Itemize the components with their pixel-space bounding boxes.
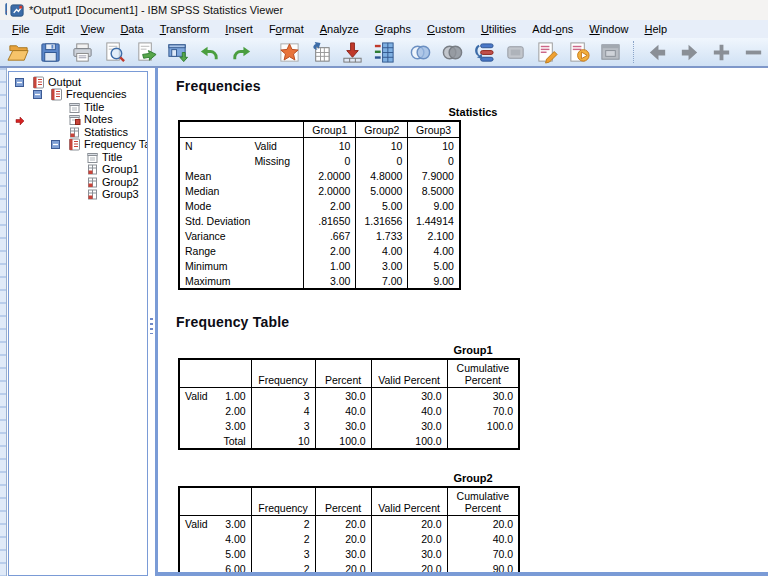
value-cell: 70.0 [447, 546, 519, 561]
toolbar-redo-button[interactable] [226, 39, 256, 65]
column-header: Percent [315, 359, 371, 388]
row-label-cell: Mode [180, 198, 303, 213]
toolbar-previous-button[interactable] [643, 39, 673, 65]
value-cell: 10 [251, 433, 315, 449]
value-cell: 70.0 [447, 403, 519, 418]
table-row: Mean2.00004.80007.9000 [179, 168, 460, 183]
menu-bar: FileEditViewDataTransformInsertFormatAna… [0, 20, 768, 39]
freq-table-group2-block[interactable]: Group2FrequencyPercentValid PercentCumul… [178, 472, 768, 576]
frequency-table-heading[interactable]: Frequency Table [176, 314, 768, 330]
table-row: Missing000 [179, 153, 460, 168]
menu-graphs[interactable]: Graphs [367, 22, 419, 36]
toolbar-recall-dialogs-button[interactable] [163, 39, 193, 65]
toolbar-print-button[interactable] [68, 39, 98, 65]
tree-item-group1[interactable]: Group1 [9, 164, 147, 177]
menu-file[interactable]: File [4, 22, 38, 36]
tree-item-title[interactable]: Title [9, 151, 147, 164]
menu-help[interactable]: Help [637, 22, 676, 36]
toolbar-edit-script-button[interactable] [533, 39, 563, 65]
frequencies-heading[interactable]: Frequencies [176, 78, 768, 94]
menu-analyze[interactable]: Analyze [312, 22, 367, 36]
collapse-expander-icon[interactable] [33, 90, 42, 99]
column-header: Frequency [251, 487, 315, 516]
toolbar-data-grid-button[interactable] [370, 39, 400, 65]
value-cell: 40.0 [371, 403, 447, 418]
column-header: Group1 [304, 121, 356, 138]
window-title: *Output1 [Document1] - IBM SPSS Statisti… [29, 4, 283, 16]
menu-transform[interactable]: Transform [152, 22, 218, 36]
collapse-expander-icon[interactable] [51, 140, 60, 149]
column-header: Group3 [408, 121, 460, 138]
toolbar-select-circles-button[interactable] [405, 39, 435, 65]
row-label-cell: 3.00 [180, 418, 251, 433]
tree-item-notes[interactable]: Notes [9, 114, 147, 127]
tree-item-label: Frequency Table [84, 139, 148, 150]
menu-window[interactable]: Window [581, 22, 636, 36]
tree-item-frequency-table[interactable]: Frequency Table [9, 139, 147, 152]
freq-group1-table[interactable]: FrequencyPercentValid PercentCumulative … [178, 358, 520, 450]
table-row: Range2.004.004.00 [179, 243, 460, 258]
splitter-handle-icon[interactable] [150, 318, 153, 334]
toolbar-print-preview-button[interactable] [99, 39, 129, 65]
tree-item-frequencies[interactable]: Frequencies [9, 89, 147, 102]
book-node-icon [68, 138, 81, 151]
value-cell: 20.0 [447, 516, 519, 532]
menu-utilities[interactable]: Utilities [473, 22, 524, 36]
toolbar-split-stack-button[interactable] [469, 39, 499, 65]
value-cell: 5.00 [408, 258, 460, 273]
table-row: 2.00440.040.070.0 [179, 403, 519, 418]
menu-custom[interactable]: Custom [419, 22, 473, 36]
toolbar-next-button[interactable] [675, 39, 705, 65]
freq-group2-table[interactable]: FrequencyPercentValid PercentCumulative … [178, 486, 520, 576]
value-cell: 1.44914 [408, 213, 460, 228]
toolbar-undo-button[interactable] [195, 39, 225, 65]
toolbar-run-script-button[interactable] [564, 39, 594, 65]
toolbar-collapse-button[interactable] [738, 39, 768, 65]
menu-format[interactable]: Format [261, 22, 312, 36]
toolbar-goto-case-button[interactable] [306, 39, 336, 65]
left-edge-scrollbar[interactable] [0, 68, 7, 576]
value-cell: 4.00 [356, 243, 408, 258]
menu-add-ons[interactable]: Add-ons [524, 22, 581, 36]
row-label-cell: 6.00 [180, 561, 251, 576]
data-grid-icon [373, 41, 396, 64]
toolbar-open-file-button[interactable] [4, 39, 34, 65]
value-cell: 1.31656 [356, 213, 408, 228]
menu-data[interactable]: Data [112, 22, 151, 36]
value-cell: 3 [251, 418, 315, 433]
value-cell: 30.0 [315, 418, 371, 433]
table-row: Total10100.0100.0 [179, 433, 519, 449]
value-cell: 100.0 [315, 433, 371, 449]
value-cell [447, 433, 519, 449]
toolbar-merge-circles-button [437, 39, 467, 65]
stub-header-cell [179, 487, 251, 516]
value-cell: 3.00 [356, 258, 408, 273]
next-icon [678, 41, 701, 64]
value-cell: 0 [304, 153, 356, 168]
value-cell: 8.5000 [408, 183, 460, 198]
toolbar-append-data-button[interactable] [338, 39, 368, 65]
table-row: 4.00220.020.040.0 [179, 531, 519, 546]
toolbar-export-button[interactable] [131, 39, 161, 65]
value-cell: 10 [408, 138, 460, 154]
tree-item-label: Group1 [102, 164, 139, 175]
tree-item-statistics[interactable]: Statistics [9, 126, 147, 139]
statistics-block[interactable]: StatisticsGroup1Group2Group3NValid101010… [178, 106, 768, 290]
value-cell: 20.0 [315, 531, 371, 546]
tree-item-title[interactable]: Title [9, 101, 147, 114]
toolbar-save-button[interactable] [36, 39, 66, 65]
tree-item-output[interactable]: Output [9, 76, 147, 89]
tree-item-group2[interactable]: Group2 [9, 176, 147, 189]
menu-insert[interactable]: Insert [217, 22, 261, 36]
freq-table-group1-block[interactable]: Group1FrequencyPercentValid PercentCumul… [178, 344, 768, 450]
collapse-expander-icon[interactable] [15, 78, 24, 87]
menu-edit[interactable]: Edit [38, 22, 73, 36]
print-icon [71, 41, 94, 64]
menu-view[interactable]: View [73, 22, 113, 36]
tree-item-group3[interactable]: Group3 [9, 189, 147, 202]
value-cell: 30.0 [371, 418, 447, 433]
toolbar-chart-star-button[interactable] [274, 39, 304, 65]
stub-header-cell [179, 359, 251, 388]
statistics-table[interactable]: Group1Group2Group3NValid101010Missing000… [178, 120, 461, 290]
toolbar-expand-button[interactable] [706, 39, 736, 65]
